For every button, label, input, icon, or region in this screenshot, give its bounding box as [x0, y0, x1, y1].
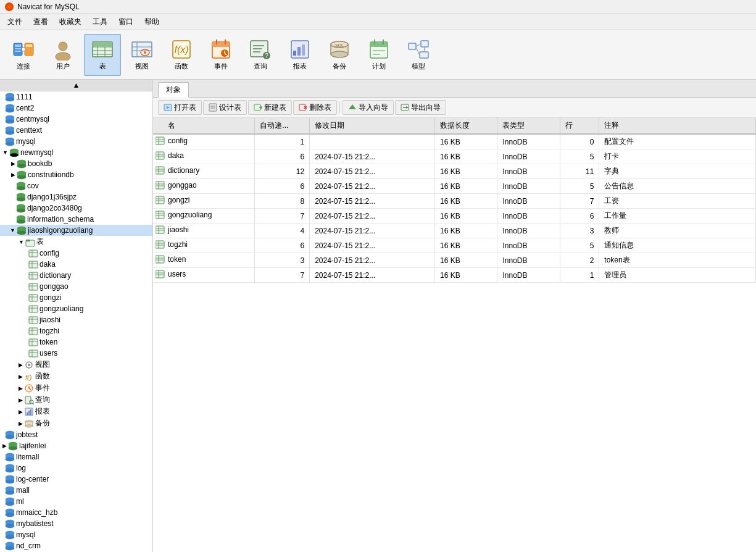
sidebar-item-table-config[interactable]: config: [0, 248, 152, 259]
svg-rect-105: [29, 272, 38, 279]
table-row[interactable]: config 116 KBInnoDB0配置文件: [153, 134, 756, 149]
sidebar-item-table-daka[interactable]: daka: [0, 259, 152, 270]
data-table[interactable]: 名 自动递... 修改日期 数据长度 表类型 行 注释 config 116 K…: [153, 118, 756, 552]
sidebar-item-report-folder[interactable]: ▶ 报表: [0, 406, 152, 417]
sidebar-item-construtiiondb[interactable]: ▶ construtiiondb: [0, 169, 152, 180]
sidebar[interactable]: ▲ 1111 cent2 centmysql: [0, 80, 153, 552]
menu-favorites[interactable]: 收藏夹: [54, 15, 86, 28]
toolbar-event-button[interactable]: 事件: [202, 34, 239, 76]
col-name[interactable]: 名: [153, 118, 255, 134]
sidebar-item-table-gonggao[interactable]: gonggao: [0, 281, 152, 292]
sidebar-item-lajifenlei[interactable]: ▶ lajifenlei: [0, 440, 152, 451]
sidebar-item-centmysql[interactable]: centmysql: [0, 114, 152, 125]
toolbar-view-button[interactable]: 视图: [123, 34, 160, 76]
cell-rows: 7: [560, 194, 599, 209]
sidebar-item-table-users[interactable]: users: [0, 348, 152, 359]
col-rows[interactable]: 行: [560, 118, 599, 134]
sidebar-item-mysql2[interactable]: mysql: [0, 529, 152, 540]
menu-window[interactable]: 窗口: [114, 15, 138, 28]
toolbar-connect-button[interactable]: 连接: [5, 34, 42, 76]
menu-view[interactable]: 查看: [28, 15, 53, 28]
toolbar-user-button[interactable]: 用户: [44, 34, 81, 76]
col-type[interactable]: 表类型: [497, 118, 560, 134]
menu-help[interactable]: 帮助: [139, 15, 164, 28]
toolbar-table-button[interactable]: 表: [84, 34, 121, 76]
svg-rect-3: [15, 51, 21, 52]
sidebar-item-log-center[interactable]: log-center: [0, 474, 152, 485]
sidebar-item-litemall[interactable]: litemall: [0, 451, 152, 462]
sidebar-item-query-folder[interactable]: ▶ 查询: [0, 394, 152, 406]
tab-objects[interactable]: 对象: [158, 82, 189, 98]
sidebar-item-newmysql[interactable]: ▼ newmysql: [0, 147, 152, 158]
sidebar-item-1111[interactable]: 1111: [0, 91, 152, 102]
sidebar-item-mysql[interactable]: mysql: [0, 136, 152, 147]
open-table-button[interactable]: 打开表: [158, 100, 202, 115]
sidebar-item-nd-crm[interactable]: nd_crm: [0, 540, 152, 551]
cell-auto: 7: [255, 268, 310, 283]
sidebar-item-mybatistest[interactable]: mybatistest: [0, 518, 152, 529]
sidebar-label-ml: ml: [15, 497, 24, 506]
col-date[interactable]: 修改日期: [310, 118, 435, 134]
sidebar-label-mysql2: mysql: [15, 530, 35, 539]
cell-type: InnoDB: [497, 224, 560, 238]
database-icon: [16, 192, 26, 202]
delete-table-button[interactable]: 删除表: [293, 100, 337, 115]
toolbar-report-button[interactable]: 报表: [281, 34, 318, 76]
sidebar-item-mall[interactable]: mall: [0, 485, 152, 496]
toolbar-function-button[interactable]: f(x) 函数: [163, 34, 200, 76]
svg-rect-123: [29, 339, 38, 346]
menu-tools[interactable]: 工具: [88, 15, 112, 28]
table-row[interactable]: gonggao 62024-07-15 21:2...16 KBInnoDB5公…: [153, 179, 756, 194]
sidebar-item-table-token[interactable]: token: [0, 337, 152, 348]
col-size[interactable]: 数据长度: [435, 118, 497, 134]
table-row[interactable]: jiaoshi 42024-07-15 21:2...16 KBInnoDB3教…: [153, 224, 756, 238]
export-wizard-button[interactable]: 导出向导: [395, 100, 446, 115]
database-icon: [5, 114, 15, 124]
sidebar-item-table-jiaoshi[interactable]: jiaoshi: [0, 314, 152, 325]
new-table-button[interactable]: 新建表: [248, 100, 292, 115]
menu-file[interactable]: 文件: [2, 15, 27, 28]
sidebar-item-table-togzhi[interactable]: togzhi: [0, 325, 152, 337]
table-row-icon: [156, 270, 165, 278]
toolbar-plan-button[interactable]: 计划: [360, 34, 397, 76]
toolbar-query-button[interactable]: ? 查询: [242, 34, 279, 76]
row-name-text: gongzi: [168, 196, 189, 204]
design-table-button[interactable]: 设计表: [203, 100, 247, 115]
sidebar-item-django1[interactable]: django1j36sjpz: [0, 191, 152, 203]
import-wizard-button[interactable]: 导入向导: [343, 100, 394, 115]
col-auto[interactable]: 自动递...: [255, 118, 310, 134]
expand-icon-construtiiondb: ▶: [11, 172, 15, 178]
table-row[interactable]: gongzuoliang 72024-07-15 21:2...16 KBInn…: [153, 209, 756, 224]
svg-rect-1: [15, 44, 21, 47]
sidebar-item-centtext[interactable]: centtext: [0, 125, 152, 136]
sidebar-item-table-dictionary[interactable]: dictionary: [0, 270, 152, 281]
sidebar-item-bookdb[interactable]: ▶ bookdb: [0, 158, 152, 169]
sidebar-item-cov[interactable]: cov: [0, 180, 152, 191]
sidebar-item-table-gongzuoliang[interactable]: gongzuoliang: [0, 303, 152, 314]
table-row[interactable]: token 32024-07-15 21:2...16 KBInnoDB2tok…: [153, 253, 756, 268]
table-row[interactable]: daka 62024-07-15 21:2...16 KBInnoDB5打卡: [153, 149, 756, 164]
col-comment[interactable]: 注释: [599, 118, 756, 134]
table-row[interactable]: gongzi 82024-07-15 21:2...16 KBInnoDB7工资: [153, 194, 756, 209]
sidebar-item-ml[interactable]: ml: [0, 496, 152, 507]
sidebar-item-mmaicc-hzb[interactable]: mmaicc_hzb: [0, 507, 152, 518]
sidebar-item-backup-folder[interactable]: ▶ 备份: [0, 417, 152, 429]
sidebar-item-django2[interactable]: django2co3480g: [0, 203, 152, 214]
toolbar-model-button[interactable]: 模型: [400, 34, 437, 76]
sidebar-item-jiaoshigongzuoliang[interactable]: ▼ jiaoshigongzuoliang: [0, 225, 152, 236]
sidebar-item-jobtest[interactable]: jobtest: [0, 429, 152, 440]
sidebar-label-litemall: litemall: [15, 453, 39, 461]
sidebar-item-event-folder[interactable]: ▶ 事件: [0, 382, 152, 394]
table-row[interactable]: dictionary 122024-07-15 21:2...16 KBInno…: [153, 164, 756, 179]
toolbar-backup-button[interactable]: SQL 备份: [321, 34, 358, 76]
sidebar-item-log[interactable]: log: [0, 462, 152, 474]
table-row[interactable]: togzhi 62024-07-15 21:2...16 KBInnoDB5通知…: [153, 238, 756, 253]
sidebar-item-table-folder[interactable]: ▼ 表: [0, 236, 152, 248]
sidebar-item-cent2[interactable]: cent2: [0, 102, 152, 114]
sidebar-item-view-folder[interactable]: ▶ 视图: [0, 359, 152, 370]
sidebar-item-information-schema[interactable]: information_schema: [0, 214, 152, 225]
cell-comment: 字典: [599, 164, 756, 179]
sidebar-item-func-folder[interactable]: ▶ f() 函数: [0, 370, 152, 382]
table-row[interactable]: users 72024-07-15 21:2...16 KBInnoDB1管理员: [153, 268, 756, 283]
sidebar-item-table-gongzi[interactable]: gongzi: [0, 292, 152, 303]
